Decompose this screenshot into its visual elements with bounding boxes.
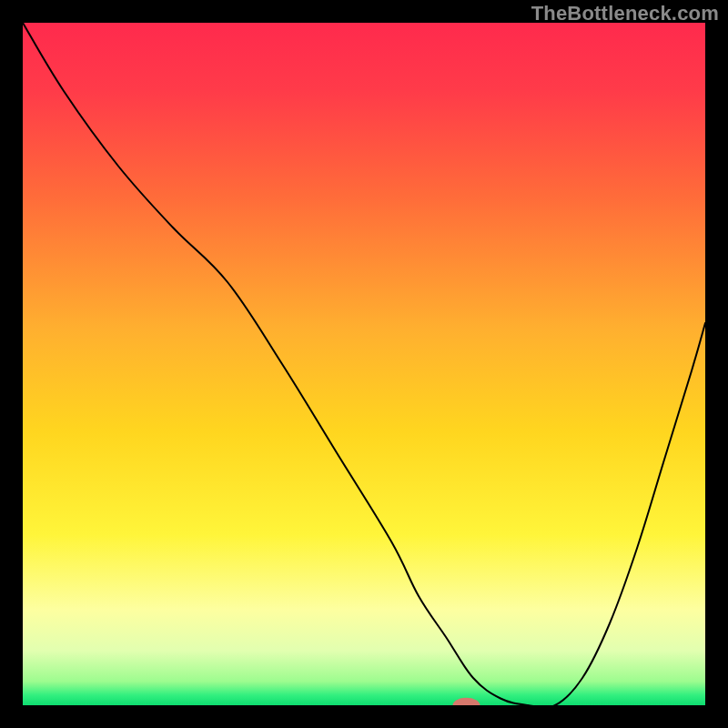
chart-background bbox=[23, 23, 705, 705]
chart-svg bbox=[23, 23, 705, 705]
chart-frame: TheBottleneck.com bbox=[0, 0, 728, 728]
chart-plot-area bbox=[23, 23, 705, 705]
